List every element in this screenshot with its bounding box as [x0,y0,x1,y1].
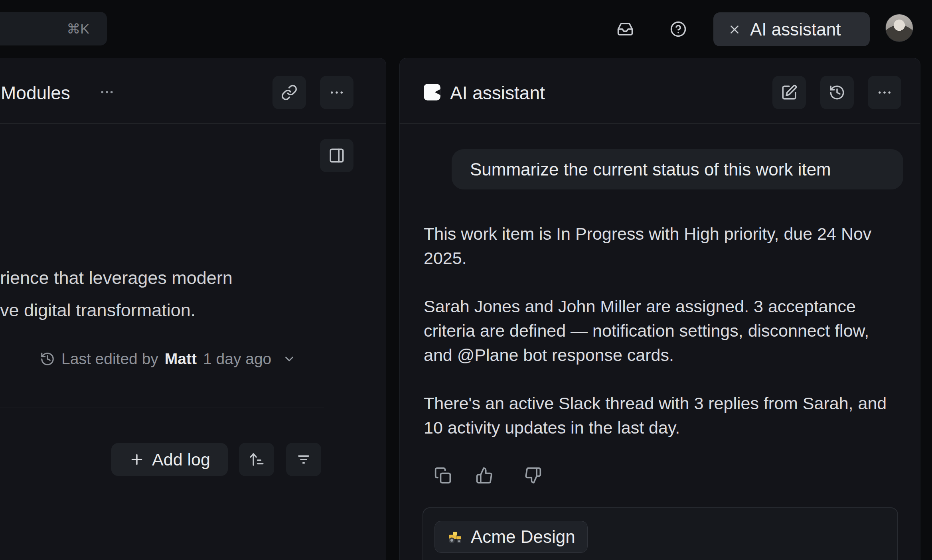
thumbs-up-button[interactable] [475,466,494,485]
ellipsis-icon [876,84,893,101]
link-icon [281,84,298,101]
history-icon [40,351,55,367]
last-edited-timestamp: 1 day ago [203,350,271,368]
log-section-divider [0,408,324,408]
ellipsis-icon [99,84,115,100]
thumbs-down-button[interactable] [523,466,543,485]
add-log-button[interactable]: Add log [111,443,228,476]
ai-panel-header-divider [399,123,920,124]
compose-icon [781,84,798,101]
chevron-down-icon [282,352,296,366]
thumbs-down-icon [524,467,542,484]
tractor-emoji-icon [447,528,464,545]
project-chip-label: Acme Design [471,527,575,547]
plus-icon [129,452,145,467]
ellipsis-icon [328,84,345,101]
ai-response-paragraph: Sarah Jones and John Miller are assigned… [424,294,901,367]
ai-response-paragraph: There's an active Slack thread with 3 re… [424,391,901,440]
search-input[interactable]: ⌘K [0,12,107,45]
ai-toggle-label: AI assistant [750,20,841,39]
filter-icon [295,451,312,468]
sort-button[interactable] [239,443,274,476]
chat-history-button[interactable] [820,76,854,109]
project-chip[interactable]: Acme Design [434,521,588,553]
copy-link-button[interactable] [272,76,306,109]
left-panel-title: Modules [1,82,70,104]
ai-assistant-logo-icon [422,82,442,102]
sort-ascending-icon [248,451,265,468]
user-message-text: Summarize the current status of this wor… [470,160,831,179]
panel-right-icon [328,147,345,164]
ai-panel-more-button[interactable] [868,76,901,109]
left-panel-title-menu-button[interactable] [96,81,118,103]
left-panel-more-button[interactable] [320,76,353,109]
app-screen: ⌘K AI assistant Modules [0,0,932,560]
user-avatar[interactable] [885,14,913,42]
inbox-button[interactable] [612,16,639,43]
last-edited-dropdown[interactable]: Last edited by Matt 1 day ago [40,348,296,370]
copy-icon [434,467,452,484]
module-description: rience that leverages modern ve digital … [0,262,233,326]
close-icon [728,23,741,36]
inbox-icon [617,21,634,37]
add-log-label: Add log [152,450,210,469]
help-button[interactable] [665,16,692,43]
ai-response-paragraph: This work item is In Progress with High … [424,222,901,270]
ai-panel-title: AI assistant [450,82,545,104]
ai-assistant-toggle-button[interactable]: AI assistant [713,12,870,46]
thumbs-up-icon [476,467,493,484]
help-icon [670,21,687,37]
side-panel-toggle-button[interactable] [320,139,353,172]
new-chat-button[interactable] [772,76,806,109]
left-panel-header-divider [0,123,386,124]
description-line: ve digital transformation. [0,294,233,326]
filter-button[interactable] [286,443,321,476]
user-message-bubble: Summarize the current status of this wor… [452,149,903,189]
command-k-shortcut: ⌘K [67,21,89,37]
history-icon [829,84,845,101]
last-edited-author: Matt [165,350,197,368]
description-line: rience that leverages modern [0,262,233,294]
copy-response-button[interactable] [433,466,452,485]
last-edited-prefix: Last edited by [61,350,158,368]
ai-response: This work item is In Progress with High … [424,222,901,440]
